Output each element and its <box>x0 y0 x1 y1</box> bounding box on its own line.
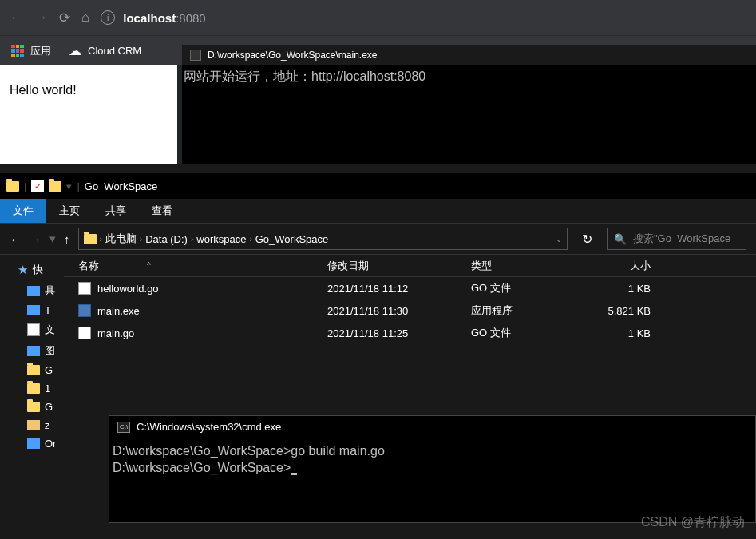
folder-icon <box>6 181 19 192</box>
explorer-title: Go_WorkSpace <box>85 180 158 192</box>
apps-bookmark[interactable]: 应用 <box>11 44 51 58</box>
file-name: main.go <box>97 327 134 339</box>
sidebar-quick-access[interactable]: ★ 快 <box>0 260 64 280</box>
sidebar-item-icon <box>27 305 40 315</box>
cursor <box>291 473 297 475</box>
console2-output[interactable]: D:\workspace\Go_WorkSpace>go build main.… <box>109 438 755 482</box>
ribbon: 文件 主页 共享 查看 <box>0 199 756 223</box>
nav-up-icon[interactable]: ↑ <box>64 232 70 246</box>
dropdown-icon[interactable]: ⌄ <box>556 235 562 244</box>
cloud-crm-bookmark[interactable]: ☁ Cloud CRM <box>69 43 141 58</box>
url-text: localhost:8080 <box>123 11 205 25</box>
nav-back-icon[interactable]: ← <box>10 232 22 246</box>
sidebar-item-icon <box>27 323 40 336</box>
bc-item[interactable]: Data (D:) <box>145 233 188 245</box>
chevron-icon[interactable]: › <box>140 235 142 244</box>
file-row[interactable]: main.go2021/11/18 11:25GO 文件1 KB <box>64 322 756 344</box>
bc-item[interactable]: 此电脑 <box>105 232 137 246</box>
sidebar-item-label: T <box>45 304 51 316</box>
console2-title-text: C:\Windows\system32\cmd.exe <box>137 421 281 433</box>
sidebar-label: 快 <box>33 263 43 277</box>
qat-dropdown-icon[interactable]: ▾ <box>66 180 72 192</box>
nav-recent-icon[interactable]: ▾ <box>49 232 56 246</box>
file-type: GO 文件 <box>463 326 579 340</box>
file-size: 1 KB <box>579 327 659 339</box>
info-icon[interactable]: i <box>101 10 115 25</box>
sidebar-item[interactable]: 1 <box>0 379 64 398</box>
file-date: 2021/11/18 11:25 <box>319 327 463 339</box>
sidebar-item[interactable]: G <box>0 398 64 416</box>
sidebar-item[interactable]: 文 <box>0 319 64 340</box>
chevron-icon[interactable]: › <box>191 235 193 244</box>
home-icon[interactable]: ⌂ <box>81 10 89 26</box>
file-date: 2021/11/18 11:30 <box>319 305 463 317</box>
go-file-icon <box>78 282 91 295</box>
apps-label: 应用 <box>30 44 51 58</box>
sidebar-item[interactable]: G <box>0 361 64 379</box>
bc-item[interactable]: workspace <box>196 233 246 245</box>
col-size[interactable]: 大小 <box>579 259 659 273</box>
file-name: helloworld.go <box>97 283 159 295</box>
explorer-titlebar[interactable]: | ✓ ▾ | Go_WorkSpace <box>0 173 756 199</box>
search-input[interactable]: 🔍 搜索"Go_WorkSpace <box>607 228 746 250</box>
tab-home[interactable]: 主页 <box>46 199 93 223</box>
col-type[interactable]: 类型 <box>463 259 579 273</box>
page-text: Hello world! <box>10 83 77 97</box>
qat-sep2: | <box>77 180 79 192</box>
console1-title-text: D:\workspace\Go_WorkSpace\main.exe <box>208 50 378 61</box>
sidebar-item[interactable]: z <box>0 416 64 434</box>
address-bar[interactable]: i localhost:8080 <box>101 5 746 30</box>
console2-titlebar[interactable]: C:\ C:\Windows\system32\cmd.exe <box>109 416 755 438</box>
back-icon[interactable]: ← <box>10 10 23 26</box>
star-icon: ★ <box>18 263 28 277</box>
sidebar-item[interactable]: T <box>0 301 64 319</box>
bc-item[interactable]: Go_WorkSpace <box>255 233 329 245</box>
console-window-1: D:\workspace\Go_WorkSpace\main.exe 网站开始运… <box>182 45 756 164</box>
sidebar-item-label: G <box>45 401 53 413</box>
search-icon: 🔍 <box>614 233 627 245</box>
column-headers: 名称^ 修改日期 类型 大小 <box>64 255 756 277</box>
go-file-icon <box>78 327 91 339</box>
breadcrumb-folder-icon <box>84 234 97 244</box>
console1-line: 网站开始运行，地址：http://localhost:8080 <box>184 69 425 83</box>
chevron-icon[interactable]: › <box>249 235 251 244</box>
sidebar-item-icon <box>27 383 40 394</box>
sidebar-item-icon <box>27 365 40 375</box>
reload-icon[interactable]: ⟳ <box>59 10 70 26</box>
cloud-icon: ☁ <box>69 43 81 58</box>
file-type: GO 文件 <box>463 281 579 295</box>
browser-page: Hello world! <box>0 65 177 164</box>
nav-forward-icon[interactable]: → <box>30 232 42 246</box>
tab-view[interactable]: 查看 <box>139 199 185 223</box>
console1-titlebar[interactable]: D:\workspace\Go_WorkSpace\main.exe <box>182 45 756 65</box>
refresh-icon[interactable]: ↻ <box>576 232 599 247</box>
chevron-icon[interactable]: › <box>100 235 102 244</box>
sidebar-item[interactable]: 具 <box>0 280 64 301</box>
file-row[interactable]: main.exe2021/11/18 11:30应用程序5,821 KB <box>64 299 756 322</box>
folder-icon-2[interactable] <box>49 181 61 192</box>
sidebar-item-label: 1 <box>45 382 50 394</box>
tab-share[interactable]: 共享 <box>93 199 139 223</box>
file-size: 5,821 KB <box>579 305 659 317</box>
sidebar-item-label: z <box>45 419 50 431</box>
breadcrumb[interactable]: › 此电脑 › Data (D:) › workspace › Go_WorkS… <box>78 228 568 250</box>
sidebar-item-label: G <box>45 364 53 376</box>
watermark: CSDN @青柠脉动 <box>641 514 745 531</box>
file-type: 应用程序 <box>463 303 579 318</box>
console-prompt: D:\workspace\Go_WorkSpace> <box>113 460 752 477</box>
tab-file[interactable]: 文件 <box>0 199 46 223</box>
sidebar-item[interactable]: Or <box>0 434 64 453</box>
col-name[interactable]: 名称^ <box>64 259 319 273</box>
properties-icon[interactable]: ✓ <box>31 180 44 192</box>
cmd-icon <box>190 50 201 61</box>
cmd-icon: C:\ <box>117 422 130 433</box>
exe-file-icon <box>78 304 91 317</box>
forward-icon[interactable]: → <box>34 10 48 26</box>
col-date[interactable]: 修改日期 <box>319 259 463 273</box>
sidebar-item-icon <box>27 402 40 412</box>
sidebar-item[interactable]: 图 <box>0 340 64 361</box>
file-row[interactable]: helloworld.go2021/11/18 11:12GO 文件1 KB <box>64 277 756 299</box>
file-name: main.exe <box>97 305 140 317</box>
sidebar-item-icon <box>27 438 40 449</box>
sidebar: ★ 快 具T文图G1GzOr <box>0 255 64 539</box>
